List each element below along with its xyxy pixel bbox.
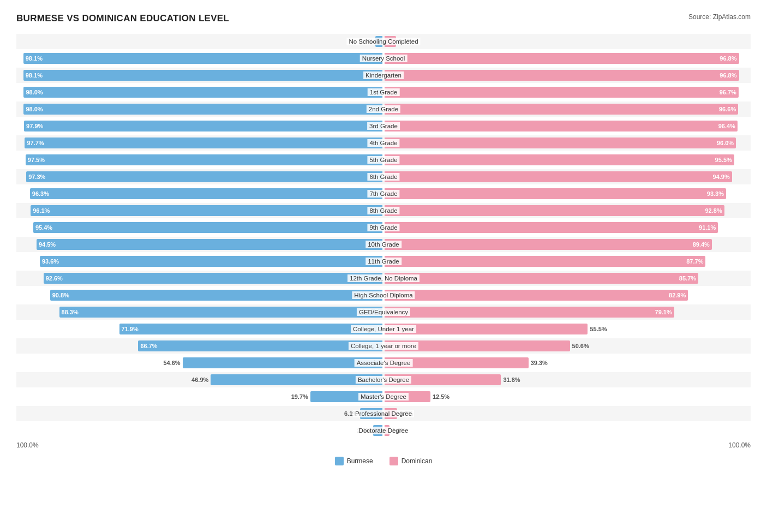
blue-bar [375,36,382,47]
pink-bar [385,408,397,419]
bar-inner: 2.6%Doctorate Degree1.4% [16,423,751,438]
left-section: 93.6% [16,254,384,269]
pink-bar-label: 96.8% [720,72,736,79]
dominican-label: Dominican [402,457,433,465]
pink-bar [385,374,501,385]
blue-bar: 97.7% [25,138,382,148]
blue-bar: 98.1% [23,70,382,81]
right-section: 1.4% [384,423,751,438]
blue-bar-label-outside: 1.9% [352,38,373,45]
pink-bar: 96.6% [385,104,738,115]
right-section: 31.8% [384,372,751,387]
bar-inner: 97.7%4th Grade96.0% [16,135,751,151]
bar-inner: 97.3%6th Grade94.9% [16,169,751,184]
bar-row: 71.9%College, Under 1 year55.5% [16,321,751,337]
left-section: 97.5% [16,152,384,168]
blue-bar-label-outside: 19.7% [287,393,308,400]
bar-row: 97.3%6th Grade94.9% [16,169,751,184]
blue-bar: 98.1% [23,53,382,64]
right-section: 12.5% [384,389,751,404]
blue-bar-label: 94.5% [39,241,56,248]
bar-inner: 19.7%Master's Degree12.5% [16,389,751,404]
bar-row: 97.9%3rd Grade96.4% [16,118,751,134]
pink-bar: 82.9% [385,290,688,301]
bar-inner: 6.1%Professional Degree3.5% [16,406,751,421]
blue-bar-label: 95.4% [35,224,52,231]
right-section: 96.0% [384,135,751,151]
pink-bar-label-outside: 50.6% [572,343,593,349]
burmese-swatch [335,457,344,465]
left-section: 88.3% [16,304,384,320]
blue-bar-label: 97.5% [28,157,45,163]
bar-row: 88.3%GED/Equivalency79.1% [16,304,751,320]
pink-bar-label: 79.1% [655,309,672,315]
pink-bar-label: 96.6% [719,106,736,112]
pink-bar [385,391,430,402]
pink-bar: 89.4% [385,239,712,250]
pink-bar: 79.1% [385,307,674,318]
blue-bar [310,391,382,402]
blue-bar-label: 97.7% [27,140,44,146]
right-section: 85.7% [384,271,751,286]
left-section: 46.9% [16,372,384,387]
bar-row: 98.0%2nd Grade96.6% [16,101,751,117]
left-section: 19.7% [16,389,384,404]
blue-bar-label: 98.0% [26,89,43,95]
right-section: 82.9% [384,288,751,303]
pink-bar-label: 93.3% [707,190,724,197]
pink-bar: 91.1% [385,222,718,233]
pink-bar-label-outside: 39.3% [531,360,552,366]
left-section: 96.3% [16,186,384,201]
bar-row: 1.9%No Schooling Completed3.2% [16,34,751,49]
left-section: 90.8% [16,288,384,303]
bar-row: 93.6%11th Grade87.7% [16,254,751,269]
bar-row: 98.0%1st Grade96.7% [16,85,751,100]
bar-row: 90.8%High School Diploma82.9% [16,288,751,303]
left-section: 96.1% [16,203,384,218]
pink-bar-label: 96.4% [718,123,735,129]
pink-bar-label: 92.8% [705,207,722,214]
pink-bar: 96.4% [385,121,738,131]
blue-bar [183,357,382,368]
bar-inner: 54.6%Associate's Degree39.3% [16,355,751,370]
bar-inner: 98.0%2nd Grade96.6% [16,101,751,117]
blue-bar: 96.3% [30,188,382,199]
left-section: 98.1% [16,51,384,66]
pink-bar-label-outside: 12.5% [433,393,453,400]
pink-bar: 96.0% [385,138,736,148]
pink-bar-label-outside: 55.5% [590,326,610,332]
blue-bar: 92.6% [44,273,382,284]
right-section: 50.6% [384,338,751,354]
right-section: 3.2% [384,34,751,49]
bar-row: 92.6%12th Grade, No Diploma85.7% [16,271,751,286]
blue-bar-label: 71.9% [122,326,139,332]
pink-bar: 95.5% [385,154,734,165]
bar-row: 6.1%Professional Degree3.5% [16,406,751,421]
bar-inner: 96.1%8th Grade92.8% [16,203,751,218]
pink-bar-label: 85.7% [679,275,696,282]
right-section: 39.3% [384,355,751,370]
right-section: 96.7% [384,85,751,100]
blue-bar [211,374,382,385]
right-section: 91.1% [384,220,751,235]
chart-source: Source: ZipAtlas.com [688,13,751,21]
bar-inner: 88.3%GED/Equivalency79.1% [16,304,751,320]
pink-bar-label: 82.9% [669,292,686,298]
left-section: 6.1% [16,406,384,421]
left-section: 95.4% [16,220,384,235]
pink-bar-label: 95.5% [715,157,732,163]
bar-inner: 1.9%No Schooling Completed3.2% [16,34,751,49]
legend: Burmese Dominican [16,457,751,465]
pink-bar-label: 96.7% [720,89,736,95]
right-section: 96.8% [384,68,751,83]
right-section: 79.1% [384,304,751,320]
pink-bar: 96.7% [385,87,739,98]
left-section: 97.9% [16,118,384,134]
bar-inner: 98.1%Nursery School96.8% [16,51,751,66]
blue-bar-label: 98.1% [26,55,43,62]
right-section: 94.9% [384,169,751,184]
pink-bar-label-outside: 31.8% [503,376,524,383]
bar-row: 97.5%5th Grade95.5% [16,152,751,168]
bar-inner: 98.1%Kindergarten96.8% [16,68,751,83]
bar-row: 98.1%Kindergarten96.8% [16,68,751,83]
